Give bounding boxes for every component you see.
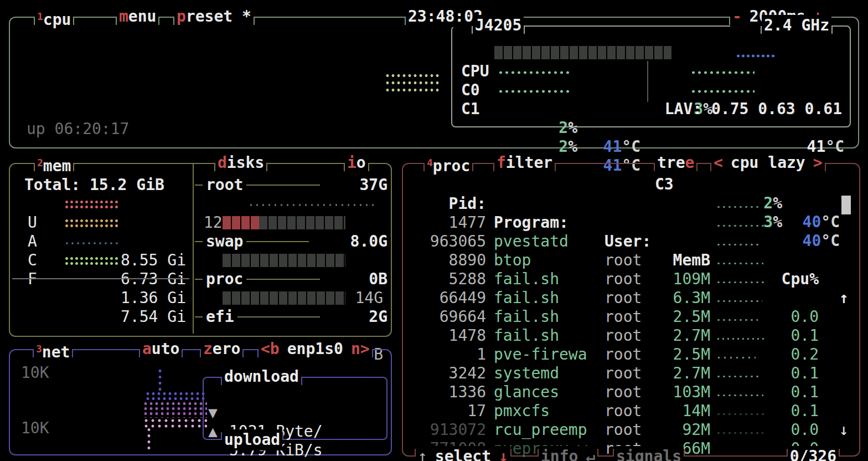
tag-hook [510,449,515,457]
cpu-tab-number[interactable]: 1 [37,11,43,22]
tag-hook [706,163,711,171]
mem-key: F [28,270,37,289]
core-temp: 41 [603,137,622,156]
process-row[interactable]: 771008 pveproxy w www-+ 157M 0.0 [403,421,859,439]
proc-tab-label: proc [433,157,470,175]
disks-toggle[interactable]: disks [210,152,271,173]
process-row[interactable]: 66449 fail.sh root 2.5M 0.1 [403,270,859,289]
net-tab-number[interactable]: 3 [36,343,42,355]
net-zero-toggle[interactable]: zero [196,339,247,360]
menu-button[interactable]: menu [112,6,163,27]
disk-size: 2G [320,308,391,326]
zero-label: ero [213,340,241,358]
tab-net[interactable]: 3net [29,339,77,360]
enter-key-icon: ↵ [586,447,595,461]
cpu-total-meter [494,46,671,59]
proc-cpu-graph [716,204,761,210]
disk-name: proc [203,270,246,289]
proc-cpu-graph [716,261,763,267]
mem-free-graph [64,256,120,265]
iface-prev-button[interactable]: <b [261,340,280,358]
tag-hook [217,377,222,385]
mem-row-available: A 6.73 Gi [10,213,193,232]
sort-mode: cpu lazy [731,153,805,172]
disk-used-row: U 0B [195,289,390,308]
disk-name: root [203,176,246,194]
tag-hook [30,17,35,25]
process-row[interactable]: 1336 pmxcfs root 66M 0.0 [403,364,859,383]
process-row[interactable]: 8890 fail.sh root 2.5M 0.2 [403,232,859,251]
tag-hook [684,449,689,457]
proc-cpu-graph [716,280,766,285]
process-row[interactable]: 5288 fail.sh root 2.7M 0.1 [403,251,859,270]
filter-label: ilter [506,153,552,172]
core-name: C1 [461,100,480,119]
sort-next-button[interactable]: > [813,153,823,172]
tab-proc[interactable]: 4proc [420,152,477,173]
upload-arrow-icon: ▲ [208,422,218,441]
signals-button[interactable]: signals [609,446,689,461]
sort-prev-button[interactable]: < [714,153,723,172]
tag-hook [73,17,78,25]
tag-hook [472,163,477,171]
process-row[interactable]: 17 rcu_preemp root 0B 0.1 [403,383,859,402]
select-up-icon[interactable]: ↑ [418,447,427,461]
cpu-usage-graph [385,72,439,94]
process-row[interactable]: 1477 pvestatd root 109M 0.0 [403,194,859,213]
mem-box: 2mem disks io Total: 15.2 GiB U 8.55 Gi … [9,163,392,337]
mem-cached-graph [64,241,120,245]
tag-hook [609,449,614,457]
proc-cpu-graph [716,299,762,304]
net-upload-graph [146,427,152,450]
process-row[interactable]: 3242 glances root 92M 0.0 [403,345,859,364]
scroll-down-icon[interactable]: ↓ [839,421,849,439]
proc-cpu-graph [716,223,766,229]
core-row: C0 2% 41°C C2 2% 40°C [452,62,850,81]
process-row[interactable]: 1478 pve-firewa root 103M 0.0 [403,308,859,326]
mem-row-free: F 7.54 Gi [10,251,193,270]
tag-hook [340,163,345,171]
mem-section-divider [12,278,189,279]
process-row[interactable]: 1 systemd root 14M 0.0 [403,326,859,345]
disk-used-row: U 14G [195,213,390,232]
menu-hotkey: m [119,7,128,25]
tree-toggle[interactable]: tree [650,152,701,173]
tag-hook [825,163,830,171]
tab-cpu[interactable]: 1cpu [30,6,78,27]
net-tab-label: net [42,343,70,361]
poll-decrease-button[interactable]: - [732,7,742,25]
upload-title-label: upload [222,429,282,450]
proc-cpu-graph [716,336,766,342]
download-speed-row: ▼ 1021 Byte/ [204,385,386,403]
core-usage-graph [498,70,570,76]
info-button[interactable]: info↵ [534,446,602,461]
io-toggle[interactable]: io [340,152,373,173]
process-row[interactable]: 913072 pveproxy w www-+ 148M 0.0 [403,402,859,421]
iface-next-button[interactable]: n> [351,340,370,358]
disk-used-row: U 0B [195,251,390,270]
cpu-frequency: 2.4 GHz [757,15,836,36]
net-download-graph [145,391,206,401]
menu-label: enu [128,7,157,25]
cpu-tab-label: cpu [43,11,71,29]
net-upload-graph [143,401,207,418]
zero-hotkey: z [203,340,213,358]
net-auto-toggle[interactable]: auto [135,339,187,360]
preset-label: reset * [186,7,251,25]
proc-table-header: Pid: Program: User: MemB Cpu% ↑ [403,176,859,194]
select-keys[interactable]: ↑select↓ [411,446,515,461]
mem-value: 1.36 Gi [104,289,186,308]
proc-tab-number[interactable]: 4 [427,157,433,168]
download-title-label: download [222,366,301,387]
tag-hook [266,163,271,171]
process-row[interactable]: 69664 fail.sh root 2.7M 0.1 [403,289,859,308]
tree-hotkey: e [685,153,695,172]
tag-hook [534,449,539,457]
tab-mem[interactable]: 2mem [30,152,78,173]
signals-label: signals [614,446,684,461]
select-down-icon[interactable]: ↓ [499,447,508,461]
filter-button[interactable]: filter [489,152,560,173]
mem-tab-number[interactable]: 2 [37,157,43,168]
process-row[interactable]: 963065 btop root 6.3M 0.1 [403,213,859,232]
preset-button[interactable]: preset * [169,6,259,27]
